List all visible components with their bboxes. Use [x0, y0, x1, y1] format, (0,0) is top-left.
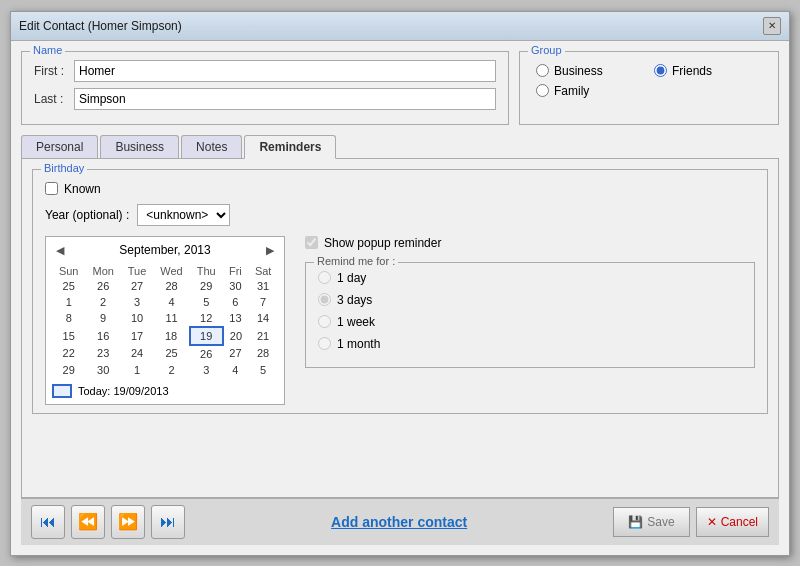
cancel-icon: ✕ — [707, 515, 717, 529]
cal-day[interactable]: 6 — [223, 294, 249, 310]
cal-day[interactable]: 2 — [153, 362, 190, 378]
cal-day[interactable]: 27 — [121, 278, 153, 294]
cal-day[interactable]: 11 — [153, 310, 190, 327]
cal-day[interactable]: 23 — [85, 345, 121, 362]
tab-reminders[interactable]: Reminders — [244, 135, 336, 159]
cal-day[interactable]: 29 — [190, 278, 223, 294]
cal-day[interactable]: 24 — [121, 345, 153, 362]
cal-header-wed: Wed — [153, 264, 190, 278]
nav-prev-button[interactable]: ⏪ — [71, 505, 105, 539]
cal-day[interactable]: 5 — [248, 362, 278, 378]
save-button[interactable]: 💾 Save — [613, 507, 689, 537]
cal-day[interactable]: 4 — [153, 294, 190, 310]
cal-day[interactable]: 18 — [153, 327, 190, 345]
last-name-input[interactable] — [74, 88, 496, 110]
calendar-header: ◀ September, 2013 ▶ — [52, 243, 278, 258]
tab-personal[interactable]: Personal — [21, 135, 98, 159]
show-popup-checkbox[interactable] — [305, 236, 318, 249]
remind-3days-radio[interactable] — [318, 293, 331, 306]
cal-day[interactable]: 31 — [248, 278, 278, 294]
today-label-row: Today: 19/09/2013 — [52, 384, 278, 398]
show-popup-row: Show popup reminder — [305, 236, 755, 250]
main-window: Edit Contact (Homer Simpson) ✕ Name Firs… — [10, 11, 790, 556]
cal-day[interactable]: 9 — [85, 310, 121, 327]
cal-day[interactable]: 30 — [85, 362, 121, 378]
year-row: Year (optional) : <unknown> — [45, 204, 755, 226]
remind-1week-radio[interactable] — [318, 315, 331, 328]
cal-next-button[interactable]: ▶ — [262, 243, 278, 258]
remind-3days-label: 3 days — [337, 293, 372, 307]
remind-1day-radio[interactable] — [318, 271, 331, 284]
cal-day[interactable]: 7 — [248, 294, 278, 310]
cal-day[interactable]: 3 — [190, 362, 223, 378]
cal-prev-button[interactable]: ◀ — [52, 243, 68, 258]
cal-day[interactable]: 28 — [153, 278, 190, 294]
first-name-row: First : — [34, 60, 496, 82]
cancel-button[interactable]: ✕ Cancel — [696, 507, 769, 537]
cal-day[interactable]: 1 — [121, 362, 153, 378]
group-business-radio[interactable] — [536, 64, 549, 77]
cal-day[interactable]: 27 — [223, 345, 249, 362]
last-name-label: Last : — [34, 92, 74, 106]
tab-notes[interactable]: Notes — [181, 135, 242, 159]
group-friends-radio[interactable] — [654, 64, 667, 77]
group-friends-label: Friends — [672, 64, 712, 78]
cal-day[interactable]: 17 — [121, 327, 153, 345]
cal-day[interactable]: 1 — [52, 294, 85, 310]
group-business-label: Business — [554, 64, 603, 78]
cal-day[interactable]: 16 — [85, 327, 121, 345]
first-name-label: First : — [34, 64, 74, 78]
remind-3days: 3 days — [318, 293, 742, 307]
close-button[interactable]: ✕ — [763, 17, 781, 35]
cal-day[interactable]: 25 — [52, 278, 85, 294]
cal-day[interactable]: 10 — [121, 310, 153, 327]
remind-1month-label: 1 month — [337, 337, 380, 351]
cal-day[interactable]: 25 — [153, 345, 190, 362]
remind-group-label: Remind me for : — [314, 255, 398, 267]
birthday-group: Birthday Known Year (optional) : <unknow… — [32, 169, 768, 414]
group-radio-grid: Business Friends Family — [536, 64, 762, 98]
reminder-panel: Show popup reminder Remind me for : 1 da… — [305, 236, 755, 405]
year-label: Year (optional) : — [45, 208, 129, 222]
cal-day[interactable]: 5 — [190, 294, 223, 310]
nav-last-button[interactable]: ⏭ — [151, 505, 185, 539]
show-popup-label: Show popup reminder — [324, 236, 441, 250]
cal-day[interactable]: 8 — [52, 310, 85, 327]
cal-day[interactable]: 12 — [190, 310, 223, 327]
cal-day[interactable]: 3 — [121, 294, 153, 310]
tab-business[interactable]: Business — [100, 135, 179, 159]
cal-header-sun: Sun — [52, 264, 85, 278]
today-text: Today: 19/09/2013 — [78, 385, 169, 397]
cal-day[interactable]: 26 — [85, 278, 121, 294]
year-select[interactable]: <unknown> — [137, 204, 230, 226]
nav-next-button[interactable]: ⏩ — [111, 505, 145, 539]
cal-day[interactable]: 19 — [190, 327, 223, 345]
known-row: Known — [45, 182, 755, 196]
tabs-bar: Personal Business Notes Reminders — [21, 135, 779, 159]
cal-day[interactable]: 30 — [223, 278, 249, 294]
remind-1month-radio[interactable] — [318, 337, 331, 350]
cal-day[interactable]: 28 — [248, 345, 278, 362]
cal-day[interactable]: 22 — [52, 345, 85, 362]
nav-first-button[interactable]: ⏮ — [31, 505, 65, 539]
cal-day[interactable]: 13 — [223, 310, 249, 327]
window-title: Edit Contact (Homer Simpson) — [19, 19, 182, 33]
remind-1month: 1 month — [318, 337, 742, 351]
cal-day[interactable]: 26 — [190, 345, 223, 362]
group-family-radio[interactable] — [536, 84, 549, 97]
group-family: Family — [536, 84, 644, 98]
birthday-group-label: Birthday — [41, 162, 87, 174]
cal-day[interactable]: 29 — [52, 362, 85, 378]
cal-header-fri: Fri — [223, 264, 249, 278]
cal-day[interactable]: 21 — [248, 327, 278, 345]
save-label: Save — [647, 515, 674, 529]
cal-day[interactable]: 15 — [52, 327, 85, 345]
cal-day[interactable]: 2 — [85, 294, 121, 310]
add-contact-link[interactable]: Add another contact — [191, 514, 607, 530]
known-checkbox[interactable] — [45, 182, 58, 195]
cal-day[interactable]: 4 — [223, 362, 249, 378]
cal-day[interactable]: 14 — [248, 310, 278, 327]
first-name-input[interactable] — [74, 60, 496, 82]
group-business: Business — [536, 64, 644, 78]
cal-day[interactable]: 20 — [223, 327, 249, 345]
